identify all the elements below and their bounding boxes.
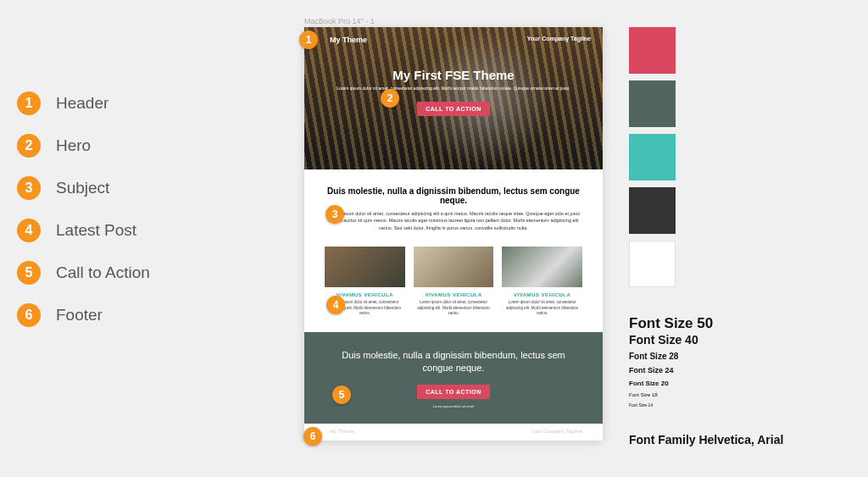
font-size-28: Font Size 28 xyxy=(629,352,783,361)
legend-label: Footer xyxy=(56,306,103,324)
hero-content: My First FSE Theme Lorem ipsum dolor sit… xyxy=(304,44,603,116)
legend-item-cta: 5 Call to Action xyxy=(17,261,150,285)
legend-label: Header xyxy=(56,94,108,113)
hero-section: My Theme Your Company Tagline My First F… xyxy=(304,27,603,169)
annotation-pin-4: 4 xyxy=(326,296,345,314)
badge-4: 4 xyxy=(17,219,41,242)
company-tagline: Your Company Tagline xyxy=(527,36,591,44)
legend-item-header: 1 Header xyxy=(17,92,150,115)
brand-name: My Theme xyxy=(330,36,367,44)
annotation-pin-2: 2 xyxy=(381,89,399,108)
frame-label: MacBook Pro 14" - 1 xyxy=(304,17,375,25)
legend-label: Latest Post xyxy=(56,221,136,240)
font-size-20: Font Size 20 xyxy=(629,380,783,387)
font-size-18: Font Size 18 xyxy=(629,392,783,397)
hero-title: My First FSE Theme xyxy=(304,68,603,82)
subject-heading: Duis molestie, nulla a dignissim bibendu… xyxy=(325,186,582,205)
annotation-pin-5: 5 xyxy=(332,385,351,404)
cta-section: Duis molestie, nulla a dignissim bibendu… xyxy=(304,332,603,424)
badge-3: 3 xyxy=(17,176,41,200)
legend-label: Hero xyxy=(56,136,91,155)
annotation-pin-3: 3 xyxy=(326,205,344,224)
badge-2: 2 xyxy=(17,134,41,158)
swatch-slate xyxy=(629,80,676,127)
legend: 1 Header 2 Hero 3 Subject 4 Latest Post … xyxy=(17,92,150,346)
swatch-white xyxy=(629,241,676,287)
legend-item-footer: 6 Footer xyxy=(17,303,150,327)
font-family: Font Family Helvetica, Arial xyxy=(629,433,783,446)
font-size-24: Font Size 24 xyxy=(629,366,783,374)
cta-subtext: Lorem ipsum dolor sit amet xyxy=(328,404,579,408)
hero-subtitle: Lorem ipsum dolor sit amet, consectetur … xyxy=(304,86,603,92)
font-size-40: Font Size 40 xyxy=(629,333,783,347)
footer-tagline: Your Company Tagline xyxy=(531,429,582,434)
annotation-pin-1: 1 xyxy=(299,31,318,49)
badge-1: 1 xyxy=(17,92,41,115)
post-thumbnail xyxy=(325,247,405,287)
hero-cta-button[interactable]: CALL TO ACTION xyxy=(417,102,490,116)
post-card: VIVAMUS VEHICULA Lorem ipsum dolor sit a… xyxy=(414,247,494,317)
swatch-dark xyxy=(629,187,676,234)
cta-button[interactable]: CALL TO ACTION xyxy=(417,385,490,399)
post-excerpt: Lorem ipsum dolor sit amet, consectetur … xyxy=(414,300,494,317)
badge-6: 6 xyxy=(17,303,41,327)
page-mockup: My Theme Your Company Tagline My First F… xyxy=(304,27,603,441)
type-scale: Font Size 50 Font Size 40 Font Size 28 F… xyxy=(629,315,783,446)
footer-section: My Theme Your Company Tagline xyxy=(304,424,603,441)
badge-5: 5 xyxy=(17,261,41,285)
font-size-50: Font Size 50 xyxy=(629,315,783,332)
post-title[interactable]: VIVAMUS VEHICULA xyxy=(502,292,582,297)
post-title[interactable]: VIVAMUS VEHICULA xyxy=(414,292,494,297)
legend-label: Subject xyxy=(56,179,109,197)
cta-heading: Duis molestie, nulla a dignissim bibendu… xyxy=(328,349,579,375)
header-bar: My Theme Your Company Tagline xyxy=(304,27,603,44)
post-excerpt: Lorem ipsum dolor sit amet, consectetur … xyxy=(502,300,582,317)
legend-item-subject: 3 Subject xyxy=(17,176,150,200)
post-thumbnail xyxy=(502,247,582,287)
color-palette xyxy=(629,27,676,294)
latest-posts-section: VIVAMUS VEHICULA Lorem ipsum dolor sit a… xyxy=(304,243,603,332)
post-thumbnail xyxy=(414,247,494,287)
subject-section: Duis molestie, nulla a dignissim bibendu… xyxy=(304,169,603,243)
legend-item-latest-post: 4 Latest Post xyxy=(17,219,150,242)
font-size-14: Font Size 14 xyxy=(629,402,783,408)
legend-item-hero: 2 Hero xyxy=(17,134,150,158)
swatch-red xyxy=(629,27,676,74)
subject-body: Lorem ipsum dolor sit amet, consectetur … xyxy=(325,210,582,231)
annotation-pin-6: 6 xyxy=(303,427,322,446)
legend-label: Call to Action xyxy=(56,263,150,282)
swatch-teal xyxy=(629,134,676,180)
footer-brand: My Theme xyxy=(330,429,353,434)
post-card: VIVAMUS VEHICULA Lorem ipsum dolor sit a… xyxy=(502,247,582,317)
